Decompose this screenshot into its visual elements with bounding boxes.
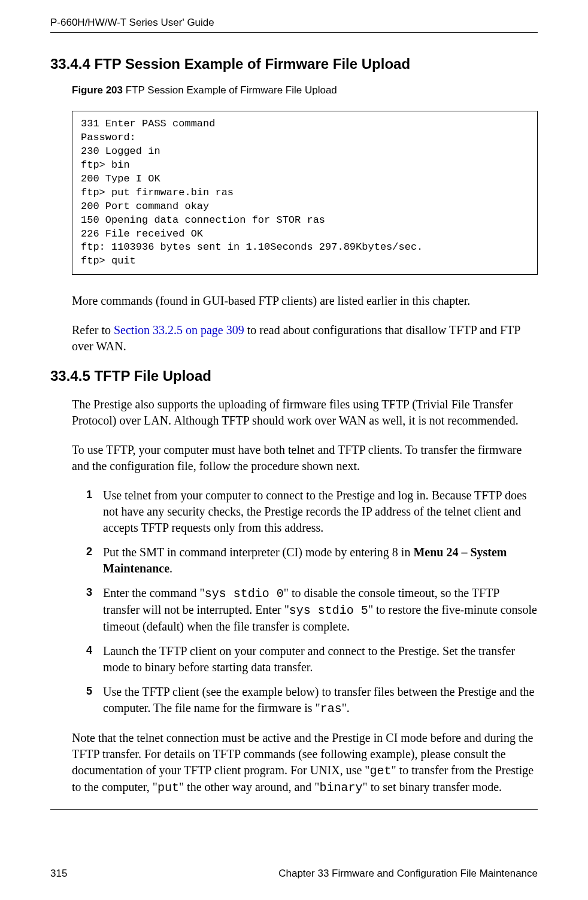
- page-footer: 315 Chapter 33 Firmware and Configuratio…: [50, 868, 538, 880]
- ftp-session-code: 331 Enter PASS command Password: 230 Log…: [72, 111, 538, 275]
- inline-code: get: [370, 764, 392, 778]
- text-fragment: .: [169, 562, 172, 575]
- step-number: 4: [86, 643, 103, 675]
- text-fragment: " to set binary transfer mode.: [363, 780, 502, 793]
- step-text: Put the SMT in command interpreter (CI) …: [103, 544, 538, 577]
- step-text: Enter the command "sys stdio 0" to disab…: [103, 585, 538, 635]
- section-number: 33.4.5: [50, 368, 94, 384]
- step-number: 3: [86, 585, 103, 635]
- text-fragment: ".: [342, 701, 350, 714]
- section-number: 33.4.4: [50, 56, 94, 72]
- inline-code: put: [157, 781, 179, 795]
- inline-code: sys stdio 5: [289, 604, 368, 617]
- paragraph-tftp-support: The Prestige also supports the uploading…: [72, 396, 538, 429]
- section-heading-33-4-5: 33.4.5 TFTP File Upload: [50, 368, 538, 384]
- inline-code: binary: [320, 781, 363, 795]
- running-header: P-660H/HW/W-T Series User' Guide: [50, 17, 538, 29]
- list-item: 4 Launch the TFTP client on your compute…: [86, 643, 538, 675]
- list-item: 5 Use the TFTP client (see the example b…: [86, 684, 538, 717]
- step-number: 5: [86, 684, 103, 717]
- chapter-label: Chapter 33 Firmware and Configuration Fi…: [278, 868, 538, 880]
- step-text: Use telnet from your computer to connect…: [103, 487, 538, 536]
- cross-ref-link[interactable]: Section 33.2.5 on page 309: [114, 323, 244, 337]
- figure-title: FTP Session Example of Firmware File Upl…: [126, 84, 337, 96]
- text-pre-link: Refer to: [72, 323, 114, 337]
- list-item: 1 Use telnet from your computer to conne…: [86, 487, 538, 536]
- list-item: 2 Put the SMT in command interpreter (CI…: [86, 544, 538, 577]
- paragraph-tftp-requirements: To use TFTP, your computer must have bot…: [72, 442, 538, 474]
- text-fragment: Enter the command ": [103, 586, 205, 599]
- text-fragment: Put the SMT in command interpreter (CI) …: [103, 546, 413, 559]
- inline-code: ras: [320, 702, 342, 716]
- figure-caption: Figure 203 FTP Session Example of Firmwa…: [72, 84, 538, 96]
- list-item: 3 Enter the command "sys stdio 0" to dis…: [86, 585, 538, 635]
- text-fragment: " the other way around, and ": [179, 780, 320, 793]
- section-title: FTP Session Example of Firmware File Upl…: [94, 56, 410, 72]
- header-rule: [50, 32, 538, 33]
- paragraph-note-telnet: Note that the telnet connection must be …: [72, 730, 538, 796]
- step-text: Use the TFTP client (see the example bel…: [103, 684, 538, 717]
- step-text: Launch the TFTP client on your computer …: [103, 643, 538, 675]
- section-title: TFTP File Upload: [94, 368, 211, 384]
- page-number: 315: [50, 868, 67, 880]
- section-heading-33-4-4: 33.4.4 FTP Session Example of Firmware F…: [50, 56, 538, 72]
- inline-code: sys stdio 0: [205, 587, 284, 601]
- text-fragment: Use the TFTP client (see the example bel…: [103, 685, 534, 714]
- figure-label: Figure 203: [72, 84, 126, 96]
- step-number: 1: [86, 487, 103, 536]
- steps-list: 1 Use telnet from your computer to conne…: [86, 487, 538, 717]
- step-number: 2: [86, 544, 103, 577]
- paragraph-more-commands: More commands (found in GUI-based FTP cl…: [72, 293, 538, 309]
- paragraph-refer: Refer to Section 33.2.5 on page 309 to r…: [72, 322, 538, 354]
- footer-rule: [50, 809, 538, 810]
